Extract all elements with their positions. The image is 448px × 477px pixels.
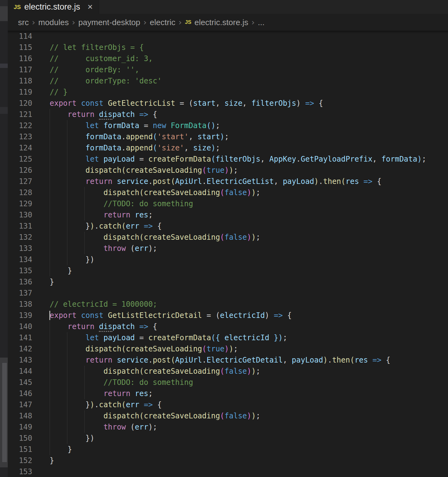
- javascript-file-icon: JS: [185, 19, 191, 25]
- code-text: }: [50, 455, 54, 466]
- breadcrumb-file[interactable]: electric.store.js: [195, 18, 248, 27]
- code-line[interactable]: 145 //TODO: do something: [8, 377, 448, 388]
- code-text: throw (err);: [50, 243, 157, 254]
- code-text: // customer_id: 3,: [50, 53, 153, 64]
- line-number: 143: [8, 354, 32, 366]
- line-number: 130: [8, 209, 32, 221]
- code-line[interactable]: 126 dispatch(createSaveLoading(true));: [8, 165, 448, 176]
- code-text: }).catch(err => {: [50, 221, 162, 232]
- tab-close-icon[interactable]: ✕: [87, 3, 93, 11]
- code-text: dispatch(createSaveLoading(true));: [50, 343, 238, 354]
- code-line[interactable]: 120export const GetElectricList = (start…: [8, 98, 448, 109]
- code-line[interactable]: 130 return res;: [8, 209, 448, 221]
- code-line[interactable]: 142 dispatch(createSaveLoading(true));: [8, 343, 448, 354]
- code-line[interactable]: 137: [8, 288, 448, 299]
- code-line[interactable]: 123 formData.append('start', start);: [8, 131, 448, 142]
- tab-title: electric.store.js: [24, 2, 80, 12]
- code-text: formData.append('start', start);: [50, 131, 229, 142]
- sidebar-scrollbar-thumb[interactable]: [2, 363, 7, 462]
- code-line[interactable]: 152}: [8, 455, 448, 466]
- chevron-right-icon: ›: [178, 17, 182, 27]
- breadcrumb: src›modules›payment-desktop›electric›JSe…: [8, 14, 448, 31]
- code-line[interactable]: 134 }): [8, 254, 448, 265]
- line-number: 150: [8, 433, 32, 444]
- breadcrumb-more[interactable]: ...: [258, 18, 265, 27]
- chevron-right-icon: ›: [72, 17, 75, 27]
- code-text: }: [50, 265, 72, 276]
- code-line[interactable]: 114: [8, 31, 448, 42]
- sidebar-strip-block: [0, 6, 8, 21]
- code-line[interactable]: 150 }): [8, 433, 448, 444]
- code-line[interactable]: 118// orderType: 'desc': [8, 75, 448, 87]
- code-text: return res;: [50, 209, 153, 221]
- line-number: 136: [8, 276, 32, 288]
- line-number: 117: [8, 64, 32, 75]
- code-line[interactable]: 132 dispatch(createSaveLoading(false));: [8, 232, 448, 243]
- code-line[interactable]: 153: [8, 466, 448, 477]
- code-text: }).catch(err => {: [50, 399, 162, 410]
- code-text: return service.post(ApiUrl.ElectricGetLi…: [50, 176, 381, 187]
- line-number: 133: [8, 243, 32, 254]
- code-text: }): [50, 254, 95, 265]
- code-line[interactable]: 140 return dispatch => {: [8, 321, 448, 332]
- code-line[interactable]: 146 return res;: [8, 388, 448, 399]
- code-line[interactable]: 122 let formData = new FormData();: [8, 120, 448, 131]
- sidebar-strip-block: [0, 107, 8, 114]
- code-editor[interactable]: src›modules›payment-desktop›electric›JSe…: [8, 14, 448, 477]
- text-cursor: [49, 311, 50, 320]
- code-line[interactable]: 151 }: [8, 444, 448, 455]
- code-line[interactable]: 149 throw (err);: [8, 421, 448, 433]
- code-line[interactable]: 143 return service.post(ApiUrl.ElectricG…: [8, 354, 448, 366]
- line-number: 151: [8, 444, 32, 455]
- line-number: 152: [8, 455, 32, 466]
- code-line[interactable]: 133 throw (err);: [8, 243, 448, 254]
- code-text: }): [50, 433, 95, 444]
- code-text: dispatch(createSaveLoading(false));: [50, 187, 260, 198]
- code-text: // let filterObjs = {: [50, 42, 144, 53]
- breadcrumb-item[interactable]: electric: [150, 18, 175, 27]
- code-line[interactable]: 127 return service.post(ApiUrl.ElectricG…: [8, 176, 448, 187]
- code-text: formData.append('size', size);: [50, 142, 220, 154]
- code-text: let payLoad = createFormData({ electricI…: [50, 332, 287, 343]
- code-text: // electricId = 1000000;: [50, 299, 157, 310]
- tab-electric-store-js[interactable]: JS electric.store.js ✕: [8, 0, 99, 14]
- code-line[interactable]: 115// let filterObjs = {: [8, 42, 448, 53]
- code-text: //TODO: do something: [50, 198, 193, 209]
- breadcrumb-item[interactable]: modules: [38, 18, 69, 27]
- chevron-right-icon: ›: [143, 17, 147, 27]
- code-line[interactable]: 129 //TODO: do something: [8, 198, 448, 209]
- line-number: 138: [8, 299, 32, 310]
- code-line[interactable]: 117// orderBy: '',: [8, 64, 448, 75]
- line-number: 114: [8, 31, 32, 42]
- code-line[interactable]: 116// customer_id: 3,: [8, 53, 448, 64]
- code-text: throw (err);: [50, 421, 157, 433]
- breadcrumb-item[interactable]: src: [18, 18, 29, 27]
- code-line[interactable]: 119// }: [8, 87, 448, 98]
- line-number: 122: [8, 120, 32, 131]
- code-text: dispatch(createSaveLoading(false));: [50, 410, 260, 421]
- code-text: // orderBy: '',: [50, 64, 139, 75]
- code-line[interactable]: 147 }).catch(err => {: [8, 399, 448, 410]
- line-number: 137: [8, 288, 32, 299]
- line-number: 153: [8, 466, 32, 477]
- code-line[interactable]: 131 }).catch(err => {: [8, 221, 448, 232]
- code-line[interactable]: 139export const GetListElectricDetail = …: [8, 310, 448, 321]
- line-number: 132: [8, 232, 32, 243]
- code-line[interactable]: 125 let payLoad = createFormData(filterO…: [8, 154, 448, 165]
- code-line[interactable]: 128 dispatch(createSaveLoading(false));: [8, 187, 448, 198]
- chevron-right-icon: ›: [32, 17, 35, 27]
- code-line[interactable]: 144 dispatch(createSaveLoading(false));: [8, 366, 448, 377]
- code-text: return service.post(ApiUrl.ElectricGetDe…: [50, 354, 390, 366]
- code-line[interactable]: 141 let payLoad = createFormData({ elect…: [8, 332, 448, 343]
- code-text: export const GetElectricList = (start, s…: [50, 98, 323, 109]
- line-number: 119: [8, 87, 32, 98]
- code-line[interactable]: 124 formData.append('size', size);: [8, 142, 448, 154]
- line-number: 125: [8, 154, 32, 165]
- code-line[interactable]: 148 dispatch(createSaveLoading(false));: [8, 410, 448, 421]
- code-line[interactable]: 138// electricId = 1000000;: [8, 299, 448, 310]
- breadcrumb-item[interactable]: payment-desktop: [78, 18, 140, 27]
- line-number: 147: [8, 399, 32, 410]
- code-line[interactable]: 135 }: [8, 265, 448, 276]
- code-line[interactable]: 136}: [8, 276, 448, 288]
- code-line[interactable]: 121 return dispatch => {: [8, 109, 448, 120]
